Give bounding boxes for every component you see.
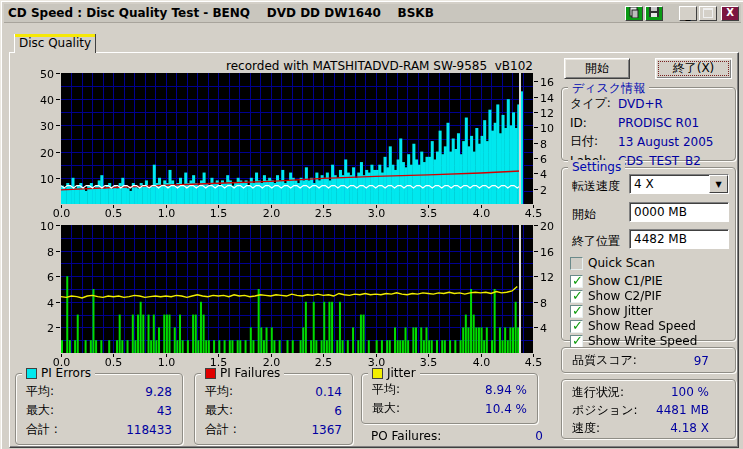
show-read-speed-checkbox[interactable]: ✓ Show Read Speed: [570, 319, 696, 333]
max-label: 最大:: [205, 402, 233, 419]
start-pos-label: 開始: [572, 206, 596, 223]
clipboard-icon: [629, 7, 639, 20]
save-screenshot-button[interactable]: [645, 6, 663, 21]
disc-info-title: ディスク情報: [568, 80, 649, 97]
maximize-icon: [703, 8, 713, 18]
jitter-avg: 8.94 %: [485, 383, 527, 397]
start-pos-field[interactable]: 0000 MB: [629, 202, 729, 222]
exit-button[interactable]: 終了(X): [655, 58, 732, 79]
progress-box: 進行状況:100 % ポジション:4481 MB 速度:4.18 X: [561, 379, 736, 439]
position-value: 4481 MB: [656, 403, 709, 417]
floppy-disk-icon: [649, 7, 659, 19]
pi-failures-legend-swatch: [205, 368, 216, 379]
start-button[interactable]: 開始: [564, 58, 630, 79]
po-failures-label: PO Failures:: [371, 429, 441, 443]
disc-type-value: DVD+R: [618, 97, 663, 111]
tab-label: Disc Quality: [19, 36, 91, 50]
progress-value: 100 %: [671, 385, 709, 399]
checkbox-label: Show Read Speed: [588, 319, 696, 333]
avg-label: 平均:: [26, 383, 54, 400]
show-jitter-checkbox[interactable]: ✓ Show Jitter: [570, 304, 653, 318]
checkbox-box[interactable]: ✓: [570, 335, 583, 348]
disc-id-label: ID:: [570, 116, 618, 130]
progress-label: 進行状況:: [572, 384, 624, 401]
check-icon: ✓: [572, 318, 583, 333]
maximize-button[interactable]: [699, 6, 717, 21]
checkbox-label: Quick Scan: [588, 256, 655, 270]
po-failures-row: PO Failures: 0: [363, 426, 551, 445]
app-window: CD Speed : Disc Quality Test - BENQ DVD …: [0, 0, 743, 449]
settings-box: Settings 転送速度 4 X ▼ 開始 0000 MB 終了位置 4482…: [561, 167, 736, 341]
checkbox-box[interactable]: ✓: [570, 275, 583, 288]
pi-failures-jitter-chart: [31, 217, 557, 369]
checkbox-box[interactable]: ✓: [570, 320, 583, 333]
quality-score-label: 品質スコア:: [572, 352, 637, 369]
pi-failures-title: PI Failures: [220, 366, 280, 380]
check-icon: ✓: [572, 273, 583, 288]
max-label: 最大:: [26, 402, 54, 419]
settings-title: Settings: [568, 160, 625, 174]
disc-info-box: ディスク情報 タイプ:DVD+R ID:PRODISC R01 日付:13 Au…: [561, 87, 736, 161]
jitter-max: 10.4 %: [485, 402, 527, 416]
speed-dropdown[interactable]: 4 X ▼: [629, 174, 729, 194]
checkbox-label: Show Write Speed: [588, 334, 697, 348]
checkbox-box[interactable]: ✓: [570, 290, 583, 303]
pi-errors-legend-swatch: [26, 368, 37, 379]
quick-scan-checkbox[interactable]: Quick Scan: [570, 256, 655, 270]
max-label: 最大:: [372, 400, 400, 417]
pi-errors-stats-box: PI Errors 平均:9.28 最大:43 合計 :118433: [15, 373, 183, 445]
po-failures-value: 0: [535, 429, 543, 443]
speed-value: 4.18 X: [670, 421, 709, 435]
tab-disc-quality[interactable]: Disc Quality: [14, 34, 96, 53]
pi-errors-chart: [31, 60, 557, 222]
quality-score-value: 97: [694, 354, 709, 368]
pi-failures-max: 6: [334, 404, 342, 418]
show-write-speed-checkbox[interactable]: ✓ Show Write Speed: [570, 334, 697, 348]
checkbox-label: Show C1/PIE: [588, 274, 663, 288]
chevron-down-icon[interactable]: ▼: [709, 175, 728, 193]
window-title: CD Speed : Disc Quality Test - BENQ DVD …: [4, 6, 434, 20]
position-label: ポジション:: [572, 402, 637, 419]
end-pos-label: 終了位置: [572, 233, 620, 250]
pi-errors-title: PI Errors: [41, 366, 91, 380]
checkbox-label: Show C2/PIF: [588, 289, 662, 303]
pi-errors-max: 43: [157, 404, 172, 418]
disc-date-value: 13 August 2005: [618, 135, 713, 149]
active-tab-stripe: [15, 34, 95, 37]
speed-label: 転送速度: [572, 178, 620, 195]
show-c2-pif-checkbox[interactable]: ✓ Show C2/PIF: [570, 289, 662, 303]
pi-errors-avg: 9.28: [145, 385, 172, 399]
copy-to-clipboard-button[interactable]: [625, 6, 643, 21]
close-button[interactable]: X: [721, 6, 739, 21]
jitter-stats-box: Jitter 平均:8.94 % 最大:10.4 %: [361, 373, 538, 424]
pi-failures-total: 1367: [311, 423, 342, 437]
disc-label-value: CDS_TEST_B2: [618, 154, 701, 168]
pi-errors-total: 118433: [126, 423, 172, 437]
pi-failures-stats-box: PI Failures 平均:0.14 最大:6 合計 :1367: [194, 373, 353, 445]
close-icon: X: [726, 8, 734, 18]
end-pos-field[interactable]: 4482 MB: [629, 229, 729, 249]
checkbox-box[interactable]: ✓: [570, 305, 583, 318]
check-icon: ✓: [572, 288, 583, 303]
avg-label: 平均:: [372, 381, 400, 398]
checkbox-box[interactable]: [570, 257, 583, 270]
avg-label: 平均:: [205, 383, 233, 400]
speed-value: 4 X: [630, 177, 709, 191]
disc-id-value: PRODISC R01: [618, 116, 699, 130]
minimize-icon: _: [686, 10, 691, 20]
total-label: 合計 :: [205, 421, 237, 438]
jitter-title: Jitter: [387, 366, 416, 380]
speed-label: 速度:: [572, 420, 600, 437]
disc-date-label: 日付:: [570, 133, 618, 150]
disc-type-label: タイプ:: [570, 95, 618, 112]
check-icon: ✓: [572, 333, 583, 348]
title-bar: CD Speed : Disc Quality Test - BENQ DVD …: [4, 4, 741, 23]
check-icon: ✓: [572, 303, 583, 318]
show-c1-pie-checkbox[interactable]: ✓ Show C1/PIE: [570, 274, 663, 288]
checkbox-label: Show Jitter: [588, 304, 653, 318]
jitter-legend-swatch: [372, 368, 383, 379]
quality-score-box: 品質スコア:97: [561, 347, 736, 373]
pi-failures-avg: 0.14: [315, 385, 342, 399]
minimize-button[interactable]: _: [679, 6, 697, 21]
total-label: 合計 :: [26, 421, 58, 438]
